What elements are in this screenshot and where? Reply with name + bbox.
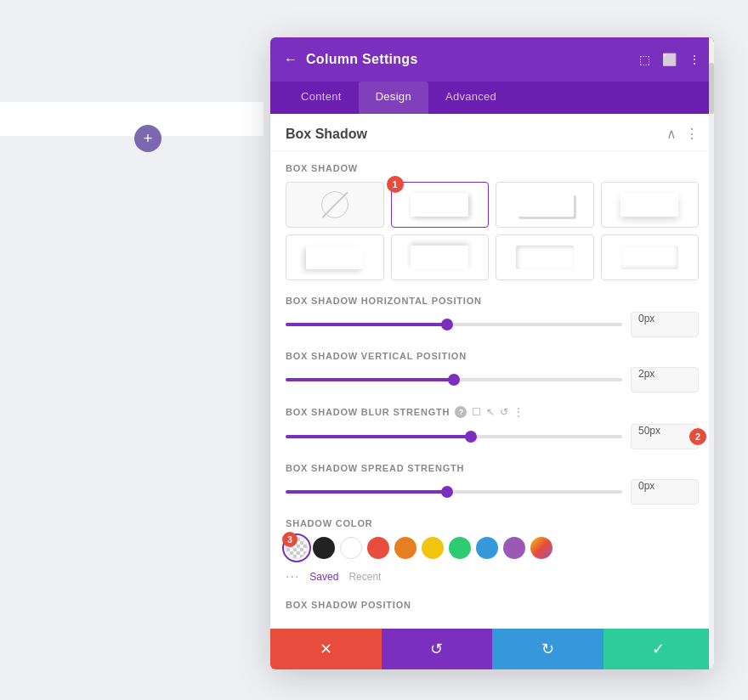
horizontal-label-row: Box Shadow Horizontal Position bbox=[286, 296, 699, 306]
shadow-preview-5 bbox=[411, 246, 468, 270]
preset-outer-corner[interactable] bbox=[286, 234, 384, 280]
blur-help-icon[interactable]: ? bbox=[455, 406, 467, 418]
undo-button[interactable]: ↺ bbox=[382, 629, 493, 669]
spread-fill bbox=[286, 490, 447, 494]
blur-fill bbox=[286, 435, 471, 438]
section-header: Box Shadow ∧ ⋮ bbox=[270, 114, 714, 151]
preset-outer-left[interactable] bbox=[391, 234, 490, 280]
collapse-icon[interactable]: ∧ bbox=[666, 126, 677, 142]
horizontal-track bbox=[286, 323, 622, 326]
dialog-title: Column Settings bbox=[306, 52, 418, 67]
horizontal-input-row: 0px bbox=[286, 312, 699, 337]
dialog-content: Box Shadow ∧ ⋮ Box Shadow 1 bbox=[270, 114, 714, 629]
color-swatch-black[interactable] bbox=[313, 537, 335, 559]
more-colors-icon[interactable]: ··· bbox=[286, 569, 299, 584]
blur-slider-row: Box Shadow Blur Strength ? ☐ ↖ ↺ ⋮ bbox=[286, 406, 699, 449]
spread-track-wrap[interactable] bbox=[286, 490, 622, 494]
blur-track-wrap[interactable] bbox=[286, 435, 622, 438]
vertical-thumb[interactable] bbox=[448, 374, 460, 386]
blur-cursor-icon[interactable]: ↖ bbox=[486, 406, 495, 418]
color-swatch-purple[interactable] bbox=[503, 537, 525, 559]
section-header-icons: ∧ ⋮ bbox=[666, 126, 699, 142]
add-element-button[interactable]: + bbox=[134, 125, 162, 152]
fullscreen-icon[interactable]: ⬚ bbox=[639, 53, 650, 66]
shadow-color-section: Shadow Color 3 bbox=[286, 518, 699, 588]
tab-design[interactable]: Design bbox=[359, 82, 428, 114]
color-swatch-yellow[interactable] bbox=[422, 537, 444, 559]
preset-outer-right[interactable] bbox=[496, 182, 594, 228]
spread-thumb[interactable] bbox=[441, 486, 453, 498]
more-options-icon[interactable]: ⋮ bbox=[688, 53, 700, 66]
shadow-preview-1 bbox=[411, 193, 468, 217]
color-swatch-red[interactable] bbox=[367, 537, 389, 559]
tab-advanced[interactable]: Advanced bbox=[428, 82, 513, 114]
redo-button[interactable]: ↻ bbox=[492, 629, 604, 669]
column-settings-dialog: ← Column Settings ⬚ ⬜ ⋮ Content Design A… bbox=[270, 37, 714, 669]
scrollbar[interactable] bbox=[709, 114, 714, 629]
confirm-button[interactable]: ✓ bbox=[604, 629, 715, 669]
blur-undo-icon[interactable]: ↺ bbox=[500, 406, 508, 418]
content-area: Box Shadow 1 bbox=[270, 151, 714, 629]
back-button[interactable]: ← bbox=[284, 52, 298, 67]
shadow-preview-2 bbox=[516, 193, 574, 217]
confirm-icon: ✓ bbox=[652, 640, 665, 658]
preset-inset-corner[interactable] bbox=[601, 234, 700, 280]
blur-more-icon[interactable]: ⋮ bbox=[513, 406, 524, 418]
preset-none[interactable] bbox=[286, 182, 384, 228]
color-swatch-blue[interactable] bbox=[476, 537, 498, 559]
preset-inset-top[interactable] bbox=[496, 234, 594, 280]
blur-label-row: Box Shadow Blur Strength ? ☐ ↖ ↺ ⋮ bbox=[286, 406, 699, 418]
preset-outer-default[interactable]: 1 bbox=[391, 182, 490, 228]
horizontal-label: Box Shadow Horizontal Position bbox=[286, 296, 482, 306]
dialog-header: ← Column Settings ⬚ ⬜ ⋮ bbox=[270, 37, 714, 82]
spread-value[interactable]: 0px bbox=[631, 479, 699, 505]
shadow-preview-6 bbox=[516, 246, 574, 270]
spread-slider-row: Box Shadow Spread Strength 0px bbox=[286, 463, 699, 505]
header-left: ← Column Settings bbox=[284, 52, 418, 67]
vertical-label-row: Box Shadow Vertical Position bbox=[286, 351, 699, 361]
vertical-value[interactable]: 2px bbox=[631, 367, 699, 392]
cancel-button[interactable]: ✕ bbox=[270, 629, 382, 669]
color-swatch-gradient[interactable] bbox=[530, 537, 552, 559]
undo-icon: ↺ bbox=[430, 640, 443, 658]
box-shadow-label: Box Shadow bbox=[286, 163, 699, 173]
blur-desktop-icon[interactable]: ☐ bbox=[472, 406, 481, 418]
tab-bar: Content Design Advanced bbox=[270, 82, 714, 114]
vertical-fill bbox=[286, 378, 454, 381]
columns-icon[interactable]: ⬜ bbox=[662, 53, 677, 66]
shadow-preview-3 bbox=[620, 193, 678, 217]
blur-track bbox=[286, 435, 622, 438]
color-saved-row: ··· Saved Recent bbox=[286, 566, 699, 588]
spread-input-row: 0px bbox=[286, 479, 699, 505]
blur-value[interactable]: 50px 2 bbox=[631, 424, 699, 449]
horizontal-fill bbox=[286, 323, 447, 326]
color-swatch-wrapper-checkered: 3 bbox=[286, 537, 308, 559]
spread-label-row: Box Shadow Spread Strength bbox=[286, 463, 699, 473]
blur-value-badge: 2 bbox=[689, 428, 706, 445]
preset-outer-bottom[interactable] bbox=[601, 182, 700, 228]
no-shadow-icon bbox=[321, 191, 348, 218]
horizontal-thumb[interactable] bbox=[441, 319, 453, 330]
vertical-track-wrap[interactable] bbox=[286, 378, 622, 381]
saved-link[interactable]: Saved bbox=[309, 571, 338, 583]
cancel-icon: ✕ bbox=[320, 640, 332, 658]
shadow-preview-4 bbox=[306, 246, 364, 270]
blur-thumb[interactable] bbox=[465, 431, 477, 443]
blur-label: Box Shadow Blur Strength bbox=[286, 407, 450, 417]
color-swatch-white[interactable] bbox=[340, 537, 362, 559]
spread-track bbox=[286, 490, 622, 494]
color-swatch-orange[interactable] bbox=[394, 537, 416, 559]
blur-input-row: 50px 2 bbox=[286, 424, 699, 449]
add-icon: + bbox=[144, 130, 153, 148]
recent-link[interactable]: Recent bbox=[348, 571, 381, 583]
canvas-strip bbox=[0, 102, 264, 136]
shadow-presets-grid: 1 bbox=[286, 182, 699, 280]
horizontal-track-wrap[interactable] bbox=[286, 323, 622, 326]
header-icons: ⬚ ⬜ ⋮ bbox=[639, 53, 700, 66]
shadow-color-label: Shadow Color bbox=[286, 518, 699, 528]
color-swatches: 3 bbox=[286, 537, 699, 559]
tab-content[interactable]: Content bbox=[284, 82, 359, 114]
section-more-icon[interactable]: ⋮ bbox=[685, 126, 699, 142]
color-swatch-green[interactable] bbox=[449, 537, 471, 559]
horizontal-value[interactable]: 0px bbox=[631, 312, 699, 337]
